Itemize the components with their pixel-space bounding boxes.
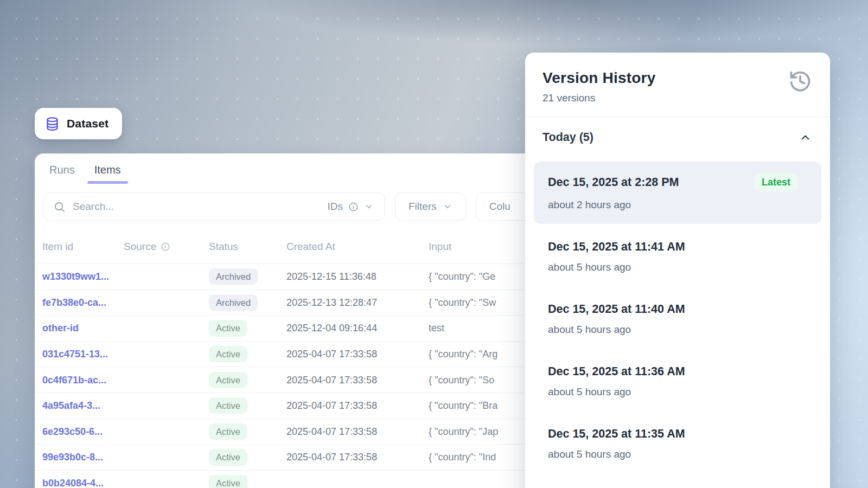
status-badge: Active xyxy=(209,320,247,336)
status-badge: Active xyxy=(209,449,247,465)
input-preview: { "country": "Jap xyxy=(429,426,498,437)
version-entry[interactable]: Dec 15, 2025 at 2:28 PM Latest about 2 h… xyxy=(534,162,821,224)
input-preview: { "country": "Ind xyxy=(429,452,496,463)
version-count: 21 versions xyxy=(542,92,813,104)
status-badge: Archived xyxy=(209,268,258,285)
version-history-header: Version History 21 versions xyxy=(525,53,830,117)
version-entry-age: about 5 hours ago xyxy=(548,261,807,273)
tab-items[interactable]: Items xyxy=(94,164,121,184)
table-row[interactable]: 6e293c50-6... Active 2025-04-07 17:33:58… xyxy=(35,419,583,445)
history-clock-icon xyxy=(788,69,812,93)
version-entry[interactable]: Dec 15, 2025 at 11:35 AM about 5 hours a… xyxy=(534,415,821,473)
status-badge: Archived xyxy=(209,294,258,311)
version-history-panel: Version History 21 versions Today (5) De… xyxy=(525,53,830,488)
dataset-chip[interactable]: Dataset xyxy=(35,108,122,139)
version-entry-title: Dec 15, 2025 at 11:41 AM xyxy=(548,240,685,254)
dataset-items-card: Runs Items IDs xyxy=(35,153,583,488)
table-row[interactable]: 031c4751-13... Active 2025-04-07 17:33:5… xyxy=(35,341,583,367)
version-entry-age: about 5 hours ago xyxy=(548,386,807,398)
table-row[interactable]: 99e93b0c-8... Active 2025-04-07 17:33:58… xyxy=(35,444,583,470)
input-preview: { "country": "Arg xyxy=(429,349,497,360)
status-badge: Active xyxy=(209,346,247,362)
status-badge: Active xyxy=(209,475,247,488)
column-header-input: Input xyxy=(429,241,451,253)
version-entry-list: Dec 15, 2025 at 2:28 PM Latest about 2 h… xyxy=(525,151,830,473)
table-row[interactable]: fe7b38e0-ca... Archived 2025-12-13 12:28… xyxy=(35,290,583,316)
item-id-link[interactable]: 0c4f671b-ac... xyxy=(42,374,106,386)
input-preview: { "country": "Bra xyxy=(429,400,497,412)
version-history-title: Version History xyxy=(542,69,813,87)
input-preview: { "country": "Sw xyxy=(429,297,496,308)
version-group-label: Today (5) xyxy=(542,131,593,144)
created-at: 2025-12-13 12:28:47 xyxy=(286,297,377,308)
tab-bar: Runs Items xyxy=(35,153,583,184)
table-header: Item id Source Status Created At Input xyxy=(35,236,583,258)
created-at: 2025-04-07 17:33:58 xyxy=(286,349,377,360)
item-id-link[interactable]: 6e293c50-6... xyxy=(42,426,103,437)
version-entry-age: about 5 hours ago xyxy=(548,448,807,460)
created-at: 2025-12-04 09:16:44 xyxy=(286,323,377,334)
filters-button-label: Filters xyxy=(409,201,437,213)
version-entry-title: Dec 15, 2025 at 2:28 PM xyxy=(548,176,679,189)
version-entry[interactable]: Dec 15, 2025 at 11:40 AM about 5 hours a… xyxy=(534,291,821,349)
item-id-link[interactable]: 99e93b0c-8... xyxy=(42,452,103,463)
search-icon xyxy=(53,201,66,213)
database-icon xyxy=(45,117,60,131)
item-id-link[interactable]: other-id xyxy=(42,323,79,334)
filters-button[interactable]: Filters xyxy=(395,192,466,221)
table-toolbar: IDs Filters xyxy=(43,192,557,221)
created-at: 2025-04-07 17:33:58 xyxy=(286,452,377,463)
version-entry-age: about 2 hours ago xyxy=(548,199,797,211)
item-id-link[interactable]: fe7b38e0-ca... xyxy=(42,297,106,308)
created-at: 2025-12-15 11:36:48 xyxy=(286,271,376,282)
version-entry[interactable]: Dec 15, 2025 at 11:36 AM about 5 hours a… xyxy=(534,353,821,411)
input-preview: { "country": "So xyxy=(429,374,494,386)
item-id-link[interactable]: 031c4751-13... xyxy=(42,349,108,360)
column-header-source: Source xyxy=(124,241,170,253)
columns-button-label: Colu xyxy=(489,201,510,213)
table-row[interactable]: 0c4f671b-ac... Active 2025-04-07 17:33:5… xyxy=(35,367,583,393)
ids-dropdown[interactable]: IDs xyxy=(328,201,374,213)
column-header-status: Status xyxy=(209,241,238,253)
item-id-link[interactable]: 4a95afa4-3... xyxy=(42,400,100,412)
info-icon[interactable] xyxy=(161,242,170,252)
column-header-item-id: Item id xyxy=(42,241,73,253)
table-row[interactable]: other-id Active 2025-12-04 09:16:44 test xyxy=(35,315,583,341)
latest-badge: Latest xyxy=(755,174,797,191)
version-entry-age: about 5 hours ago xyxy=(548,324,807,336)
table-row[interactable]: 4a95afa4-3... Active 2025-04-07 17:33:58… xyxy=(35,393,583,419)
created-at: 2025-04-07 17:33:58 xyxy=(286,426,377,437)
info-icon[interactable] xyxy=(348,202,359,212)
ids-dropdown-label: IDs xyxy=(328,201,343,213)
input-preview: { "country": "Ge xyxy=(429,271,495,282)
chevron-down-icon xyxy=(443,202,452,211)
input-preview: test xyxy=(429,323,444,334)
created-at: 2025-04-07 17:33:58 xyxy=(286,400,377,412)
status-badge: Active xyxy=(209,397,247,414)
version-group-today[interactable]: Today (5) xyxy=(525,117,830,151)
status-badge: Active xyxy=(209,423,247,440)
version-entry[interactable]: Dec 15, 2025 at 11:41 AM about 5 hours a… xyxy=(534,228,821,286)
search-box[interactable]: IDs xyxy=(43,192,385,221)
chevron-down-icon xyxy=(364,202,374,211)
column-header-created-at: Created At xyxy=(286,241,335,253)
dataset-chip-label: Dataset xyxy=(67,117,108,130)
tab-runs[interactable]: Runs xyxy=(49,164,75,184)
item-id-link[interactable]: w1330t9ww1... xyxy=(42,271,109,282)
version-entry-title: Dec 15, 2025 at 11:35 AM xyxy=(548,427,685,441)
status-badge: Active xyxy=(209,372,247,388)
created-at: 2025-04-07 17:33:58 xyxy=(286,374,377,386)
version-entry-title: Dec 15, 2025 at 11:40 AM xyxy=(548,303,685,316)
table-row[interactable]: w1330t9ww1... Archived 2025-12-15 11:36:… xyxy=(35,264,583,290)
table-body: w1330t9ww1... Archived 2025-12-15 11:36:… xyxy=(35,264,583,488)
search-input[interactable] xyxy=(73,201,321,213)
chevron-up-icon[interactable] xyxy=(799,131,812,144)
table-row[interactable]: b0b24084-4... Active xyxy=(35,470,583,488)
version-entry-title: Dec 15, 2025 at 11:36 AM xyxy=(548,365,685,378)
item-id-link[interactable]: b0b24084-4... xyxy=(42,478,104,488)
